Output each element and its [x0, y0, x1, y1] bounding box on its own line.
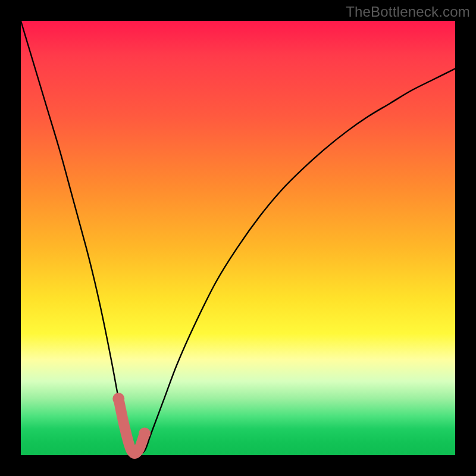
highlight-dot — [139, 428, 151, 440]
curve-svg — [21, 21, 455, 455]
plot-area — [21, 21, 455, 455]
watermark-text: TheBottleneck.com — [346, 4, 470, 20]
highlight-dot — [112, 393, 124, 405]
chart-frame: TheBottleneck.com — [0, 0, 476, 476]
bottleneck-curve — [21, 21, 455, 453]
highlight-band — [118, 399, 145, 453]
